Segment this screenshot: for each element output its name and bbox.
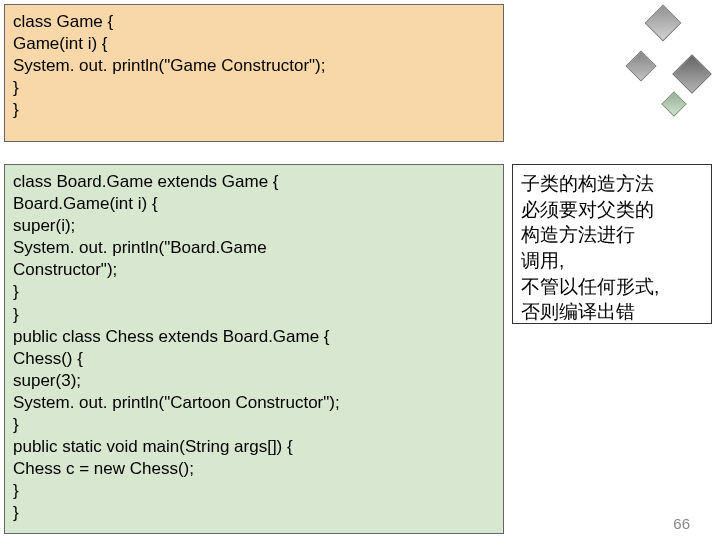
- code-line: public static void main(String args[]) {: [13, 436, 495, 458]
- code-line: public class Chess extends Board.Game {: [13, 326, 495, 348]
- code-line: System. out. println("Board.Game: [13, 237, 495, 259]
- note-line: 调用,: [521, 248, 703, 274]
- code-block-game: class Game { Game(int i) { System. out. …: [4, 4, 504, 142]
- page-number: 66: [673, 515, 690, 532]
- decorative-cubes: [570, 0, 720, 120]
- cube-icon: [625, 50, 656, 81]
- code-line: Game(int i) {: [13, 33, 495, 55]
- code-line: }: [13, 281, 495, 303]
- code-line: }: [13, 77, 495, 99]
- note-line: 不管以任何形式,: [521, 274, 703, 300]
- note-line: 子类的构造方法: [521, 171, 703, 197]
- cube-icon: [672, 54, 712, 94]
- code-line: class Board.Game extends Game {: [13, 171, 495, 193]
- code-line: super(i);: [13, 215, 495, 237]
- code-line: Board.Game(int i) {: [13, 193, 495, 215]
- code-line: }: [13, 480, 495, 502]
- code-line: }: [13, 304, 495, 326]
- code-block-boardgame: class Board.Game extends Game { Board.Ga…: [4, 164, 504, 534]
- code-line: System. out. println("Game Constructor")…: [13, 55, 495, 77]
- code-line: }: [13, 502, 495, 524]
- slide: class Game { Game(int i) { System. out. …: [0, 0, 720, 540]
- code-line: Constructor");: [13, 259, 495, 281]
- note-line: 必须要对父类的: [521, 197, 703, 223]
- code-line: Chess c = new Chess();: [13, 458, 495, 480]
- code-line: System. out. println("Cartoon Constructo…: [13, 392, 495, 414]
- code-line: }: [13, 99, 495, 121]
- explanation-note: 子类的构造方法 必须要对父类的 构造方法进行 调用, 不管以任何形式, 否则编译…: [512, 164, 712, 324]
- code-line: }: [13, 414, 495, 436]
- note-line: 否则编译出错: [521, 299, 703, 325]
- note-line: 构造方法进行: [521, 222, 703, 248]
- code-line: class Game {: [13, 11, 495, 33]
- code-line: super(3);: [13, 370, 495, 392]
- cube-icon: [661, 91, 686, 116]
- code-line: Chess() {: [13, 348, 495, 370]
- cube-icon: [645, 5, 682, 42]
